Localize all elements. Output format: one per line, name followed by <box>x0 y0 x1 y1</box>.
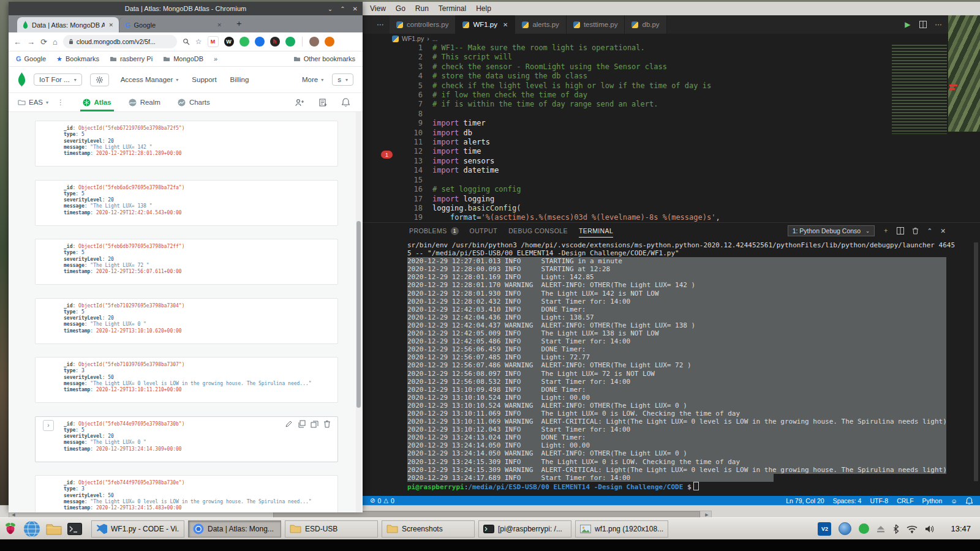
breadcrumb-rest[interactable]: ... <box>432 35 438 42</box>
terminal-scrollbar[interactable] <box>974 242 978 481</box>
taskbar-button-image[interactable]: wf1.png (1920x108... <box>575 520 668 538</box>
tray-blue-icon[interactable] <box>839 522 851 535</box>
zoom-icon[interactable] <box>183 38 190 45</box>
scroll-right-icon[interactable]: ▶ <box>703 512 711 517</box>
evernote-icon[interactable] <box>239 37 249 47</box>
project-settings-gear-icon[interactable] <box>90 73 109 86</box>
expand-document-button[interactable]: › <box>43 420 54 431</box>
file-manager-icon[interactable] <box>46 523 62 535</box>
terminal-launcher-icon[interactable] <box>67 523 82 535</box>
document-card[interactable]: _id: ObjectId("5feb672197695e3798ba72f5"… <box>35 121 338 167</box>
taskbar-button-vscode[interactable]: WF1.py - CODE - Vi... <box>91 520 184 538</box>
editor-tab-testtime.py[interactable]: testtime.py <box>567 15 625 34</box>
panel-tab-output[interactable]: OUTPUT <box>470 227 498 234</box>
editor-tab-alerts.py[interactable]: alerts.py <box>515 15 566 34</box>
green-extension-icon[interactable] <box>285 37 295 47</box>
close-tab-icon[interactable]: ✕ <box>108 22 113 28</box>
bookmark-star-icon[interactable]: ☆ <box>195 37 202 46</box>
atlas-tab-realm[interactable]: Realm <box>129 93 160 111</box>
status-ln[interactable]: Ln 79, Col 20 <box>786 497 824 504</box>
new-tab-icon[interactable]: ＋ <box>235 18 243 29</box>
volume-icon[interactable] <box>925 525 935 533</box>
delete-document-button[interactable] <box>322 419 332 429</box>
activity-feed-icon[interactable] <box>319 99 327 107</box>
document-card[interactable]: ›_id: ObjectId("5feb744e97695e3798ba730b… <box>35 416 338 462</box>
split-terminal-icon[interactable] <box>897 227 904 234</box>
feedback-smiley-icon[interactable]: ☺ <box>951 497 957 504</box>
taskbar-button-chromium[interactable]: Data | Atlas: Mong... <box>188 520 281 538</box>
terminal-selector-dropdown[interactable]: 1: Python Debug Conso⌄ <box>788 225 875 236</box>
new-terminal-icon[interactable]: ＋ <box>883 227 889 235</box>
panel-tab-terminal[interactable]: TERMINAL <box>579 227 613 238</box>
tray-green-icon[interactable] <box>859 523 869 534</box>
back-icon[interactable]: ← <box>13 37 21 47</box>
kebab-menu-icon[interactable]: ⋮ <box>57 98 64 107</box>
document-card[interactable]: _id: ObjectId("5feb710297695e3798ba7304"… <box>35 298 338 344</box>
split-editor-icon[interactable] <box>919 21 927 28</box>
close-icon[interactable]: ✕ <box>353 6 358 12</box>
reload-icon[interactable]: ⟳ <box>40 37 47 47</box>
eject-icon[interactable] <box>876 525 885 533</box>
project-selector[interactable]: IoT For ...▾ <box>34 73 82 86</box>
update-icon[interactable] <box>325 37 334 47</box>
status-python[interactable]: Python <box>922 497 943 504</box>
forward-icon[interactable]: → <box>27 37 35 47</box>
menu-run[interactable]: Run <box>410 4 434 13</box>
document-card[interactable]: _id: ObjectId("5feb6a6c97695e3798ba72fa"… <box>35 180 338 226</box>
taskbar-button-folder[interactable]: Screenshots <box>382 520 475 538</box>
tab-overflow-icon[interactable]: ⋯ <box>371 15 390 34</box>
scroll-left-icon[interactable]: ◀ <box>9 512 18 517</box>
minimap[interactable] <box>892 45 947 134</box>
bookmark-bookmarks[interactable]: ★Bookmarks <box>56 55 99 63</box>
bookmark-rasberry-pi[interactable]: rasberry Pi <box>110 55 153 63</box>
page-scrollbar[interactable] <box>356 112 361 512</box>
home-icon[interactable]: ⌂ <box>53 37 58 47</box>
copy-document-button[interactable] <box>296 419 306 429</box>
bookmark-mongodb[interactable]: MongoDB <box>163 55 203 63</box>
gmail-icon[interactable]: M <box>208 36 219 47</box>
minimize-icon[interactable]: ⌄ <box>328 6 333 12</box>
run-file-icon[interactable]: ▶ <box>905 20 910 29</box>
dark-extension-icon[interactable]: h <box>270 37 280 47</box>
project-dropdown[interactable]: EAS▾ <box>18 99 48 106</box>
menu-view[interactable]: View <box>365 4 391 13</box>
close-tab-icon[interactable]: ✕ <box>217 22 222 28</box>
browser-tab-atlas[interactable]: Data | Atlas: MongoDB A ✕ <box>17 17 119 32</box>
blue-extension-icon[interactable] <box>255 37 265 47</box>
org-link-support[interactable]: Support <box>192 76 216 83</box>
wikipedia-icon[interactable]: W <box>224 37 234 47</box>
atlas-tab-atlas[interactable]: Atlas <box>83 93 111 111</box>
panel-tab-problems[interactable]: PROBLEMS <box>409 227 447 234</box>
status-utf-8[interactable]: UTF-8 <box>870 497 888 504</box>
status-crlf[interactable]: CRLF <box>897 497 913 504</box>
browser-titlebar[interactable]: Data | Atlas: MongoDB Atlas - Chromium ⌄… <box>9 2 363 15</box>
bookmark-google[interactable]: GGoogle <box>16 55 46 63</box>
more-actions-icon[interactable]: ⋯ <box>935 20 943 29</box>
browser-tab-google[interactable]: G Google ✕ <box>119 17 227 32</box>
notifications-bell-icon[interactable] <box>966 497 973 504</box>
document-card[interactable]: _id: ObjectId("5feb6db797695e3798ba72ff"… <box>35 239 338 285</box>
maximize-icon[interactable]: ⌃ <box>340 6 345 12</box>
status-spaces[interactable]: Spaces: 4 <box>833 497 862 504</box>
document-card[interactable]: _id: ObjectId("5feb744f97695e3798ba730e"… <box>35 475 338 512</box>
org-link-access-manager[interactable]: Access Manager▾ <box>121 76 179 83</box>
problems-status[interactable]: ⊘0△0 <box>370 497 394 504</box>
breadcrumb-file[interactable]: WF1.py <box>402 35 424 42</box>
web-browser-icon[interactable] <box>23 520 40 538</box>
close-tab-icon[interactable]: ✕ <box>503 21 508 28</box>
vnc-icon[interactable]: V2 <box>818 522 831 536</box>
close-panel-icon[interactable]: ✕ <box>940 227 946 234</box>
clone-document-button[interactable] <box>309 419 319 429</box>
edit-document-button[interactable] <box>284 419 293 429</box>
editor-tab-WF1.py[interactable]: WF1.py✕ <box>456 15 515 34</box>
more-menu[interactable]: More▾ <box>302 76 323 83</box>
maximize-panel-icon[interactable]: ⌃ <box>927 227 932 234</box>
alerts-bell-icon[interactable] <box>342 98 350 107</box>
document-card[interactable]: _id: ObjectId("5feb710397695e3798ba7307"… <box>35 357 338 403</box>
taskbar-clock[interactable]: 13:47 <box>951 524 971 533</box>
bookmarks-overflow-icon[interactable]: » <box>214 55 217 62</box>
wifi-icon[interactable] <box>907 525 918 533</box>
org-link-billing[interactable]: Billing <box>230 76 249 83</box>
taskbar-button-folder[interactable]: ESD-USB <box>285 520 378 538</box>
panel-tab-debug-console[interactable]: DEBUG CONSOLE <box>508 227 568 234</box>
